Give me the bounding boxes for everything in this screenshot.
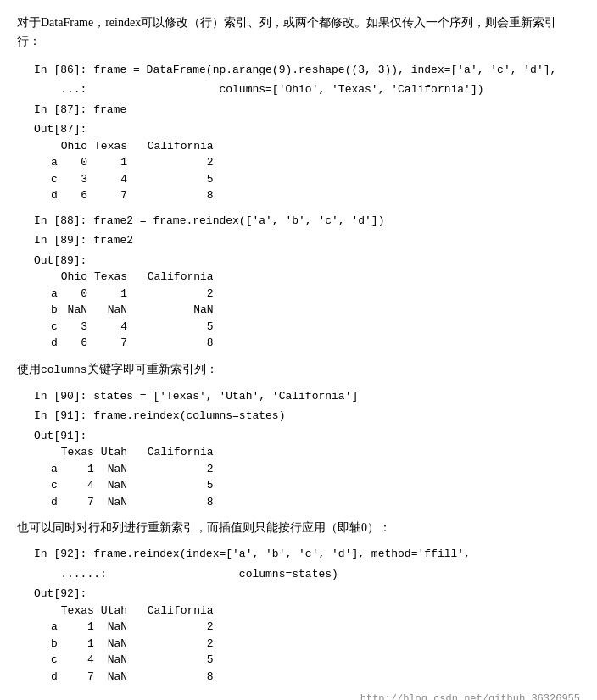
output-89: Out[89]: Ohio Texas California a 0 1 2 [17,253,580,352]
output-92: Out[92]: Texas Utah California a 1 NaN 2 [17,586,580,685]
table-cell: 0 [61,286,94,303]
table-cell: Texas [61,444,101,461]
code-in87-text: In [87]: frame [34,102,580,119]
out91-label: Out[91]: [34,428,580,445]
table-cell: a [51,154,61,171]
table-cell: 0 [61,154,94,171]
table-cell [51,269,61,286]
intro-text-3: 也可以同时对行和列进行重新索引，而插值则只能按行应用（即轴0）： [17,519,580,537]
code-in88-text: In [88]: frame2 = frame.reindex(['a', 'b… [34,213,580,230]
code-in92-text: In [92]: frame.reindex(index=['a', 'b', … [34,546,580,563]
table-cell: 5 [134,171,220,188]
table-cell: NaN [101,636,134,653]
table-cell: 4 [61,652,101,669]
table-cell: 7 [94,187,134,204]
table-cell: d [51,494,61,511]
table-cell: California [134,138,220,155]
code-in92: In [92]: frame.reindex(index=['a', 'b', … [17,546,580,563]
table-cell: 5 [134,319,220,336]
table-cell: California [134,603,220,619]
table-cell: Texas [94,138,134,155]
table-cell: Ohio [61,138,94,155]
intro-text-1: 对于DataFrame，reindex可以修改（行）索引、列，或两个都修改。如果… [17,14,580,52]
table-cell: 8 [134,187,220,204]
table-cell: c [51,319,61,336]
table-89: Ohio Texas California a 0 1 2 b NaN NaN [51,269,220,352]
table-row: d 7 NaN 8 [51,494,220,511]
table-cell: d [51,335,61,352]
code-in91-text: In [91]: frame.reindex(columns=states) [34,408,580,425]
table-cell: 4 [94,319,134,336]
page-container: 对于DataFrame，reindex可以修改（行）索引、列，或两个都修改。如果… [17,14,580,700]
table-87: Ohio Texas California a 0 1 2 c 3 4 [51,138,220,204]
table-cell: NaN [61,302,94,319]
table-row: b NaN NaN NaN [51,302,220,319]
table-cell: c [51,652,61,669]
table-cell: 3 [61,171,94,188]
code-in89-text: In [89]: frame2 [34,232,580,249]
table-cell [51,444,61,461]
table-cell: c [51,477,61,494]
table-cell: 3 [61,319,94,336]
code-in86-cont: ...: columns=['Ohio', 'Texas', 'Californ… [17,81,580,98]
table-cell: a [51,286,61,303]
table-cell: 7 [94,335,134,352]
table-row: c 4 NaN 5 [51,477,220,494]
table-row: b 1 NaN 2 [51,636,220,653]
table-cell: 7 [61,669,101,686]
out89-label: Out[89]: [34,253,580,269]
table-cell: c [51,171,61,188]
code-in86: In [86]: frame = DataFrame(np.arange(9).… [17,62,580,79]
table-row: a 1 NaN 2 [51,461,220,478]
table-cell: Texas [94,269,134,286]
out87-label: Out[87]: [34,121,580,138]
table-cell: a [51,461,61,478]
table-row: c 3 4 5 [51,319,220,336]
table-cell: NaN [134,302,220,319]
code-in91: In [91]: frame.reindex(columns=states) [17,408,580,425]
table-cell: 7 [61,494,101,511]
table-cell: 1 [94,154,134,171]
table-cell: d [51,187,61,204]
table-cell: NaN [101,669,134,686]
table-row: d 6 7 8 [51,187,220,204]
table-cell: 1 [61,619,101,636]
table-row: a 0 1 2 [51,154,220,171]
table-cell: NaN [101,477,134,494]
table-cell: 2 [134,286,220,303]
table-cell: 5 [134,652,220,669]
code-in92-cont-text: ......: columns=states) [34,566,580,583]
table-cell: NaN [94,302,134,319]
code-in88: In [88]: frame2 = frame.reindex(['a', 'b… [17,213,580,230]
table-row: c 4 NaN 5 [51,652,220,669]
table-cell: b [51,302,61,319]
table-cell: Utah [101,603,134,619]
table-row: a 1 NaN 2 [51,619,220,636]
table-row: d 6 7 8 [51,335,220,352]
table-row: Texas Utah California [51,603,220,619]
table-cell: d [51,669,61,686]
code-in87: In [87]: frame [17,102,580,119]
table-cell: 1 [61,636,101,653]
table-cell: NaN [101,619,134,636]
table-91: Texas Utah California a 1 NaN 2 c 4 NaN [51,444,220,510]
code-in86-cont-text: ...: columns=['Ohio', 'Texas', 'Californ… [34,81,580,98]
table-cell [51,603,61,619]
table-cell: Utah [101,444,134,461]
table-cell: 5 [134,477,220,494]
code-in92-cont: ......: columns=states) [17,566,580,583]
table-cell: 1 [94,286,134,303]
table-cell: NaN [101,461,134,478]
table-row: Ohio Texas California [51,138,220,155]
table-cell: 8 [134,669,220,686]
table-cell: 2 [134,636,220,653]
section-1: In [86]: frame = DataFrame(np.arange(9).… [17,62,580,352]
watermark: http://blog.csdn.net/github_36326955 [17,693,580,700]
table-cell: Texas [61,603,101,619]
table-cell: b [51,636,61,653]
table-cell: 4 [61,477,101,494]
table-cell: NaN [101,652,134,669]
table-row: Ohio Texas California [51,269,220,286]
table-row: Texas Utah California [51,444,220,461]
table-cell: 2 [134,461,220,478]
